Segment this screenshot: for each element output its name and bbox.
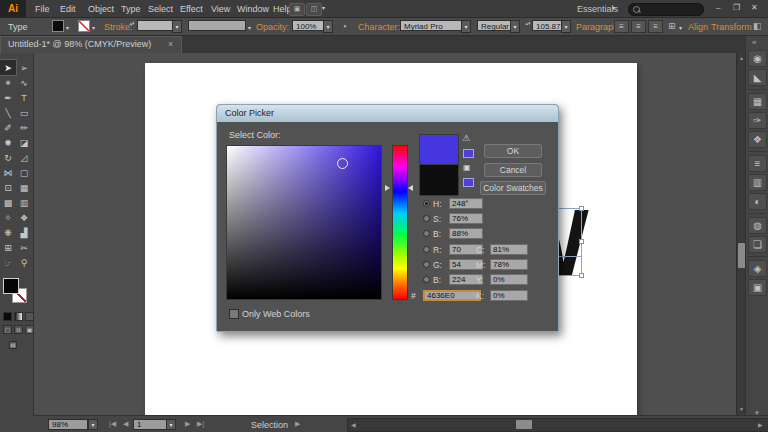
menu-select[interactable]: Select (148, 4, 173, 14)
artboards-panel-icon[interactable]: ▣ (748, 279, 767, 296)
b-radio[interactable] (423, 230, 430, 237)
draw-inside-icon[interactable]: ▣ (25, 325, 34, 334)
scale-tool[interactable]: ◿ (16, 150, 32, 165)
symbol-sprayer-tool[interactable]: ❋ (0, 225, 16, 240)
zoom-caret-icon[interactable]: ▾ (88, 419, 98, 430)
color-mode-icon[interactable] (3, 312, 12, 321)
paintbrush-tool[interactable]: ✐ (0, 120, 16, 135)
menu-window[interactable]: Window (237, 4, 269, 14)
draw-behind-icon[interactable]: ⧉ (14, 325, 23, 334)
selection-handle-top-right[interactable] (579, 206, 584, 211)
next-artboard-icon[interactable]: ▶ (185, 420, 190, 428)
stroke-weight-caret-icon[interactable]: ▾ (172, 20, 182, 33)
horizontal-scrollbar[interactable]: ◀ ▶ (347, 418, 768, 432)
font-size-caret-icon[interactable]: ▾ (561, 20, 571, 33)
transparency-panel-icon[interactable]: ◐ (748, 193, 767, 210)
draw-normal-icon[interactable]: ▢ (3, 325, 12, 334)
color-field-cursor[interactable] (337, 158, 348, 169)
align-link[interactable]: Align (688, 22, 708, 32)
brush-definition-field[interactable] (188, 20, 246, 31)
h-input[interactable] (449, 198, 483, 209)
h-radio[interactable] (423, 200, 430, 207)
rotate-tool[interactable]: ↻ (0, 150, 16, 165)
warp-caret-icon[interactable]: ▾ (679, 24, 682, 31)
color-panel-icon[interactable]: ◉ (748, 50, 767, 67)
brushes-panel-icon[interactable]: ✑ (748, 112, 767, 129)
eyedropper-tool[interactable]: ✧ (0, 210, 16, 225)
c-input[interactable] (490, 244, 528, 255)
eraser-tool[interactable]: ◪ (16, 135, 32, 150)
menu-type[interactable]: Type (121, 4, 141, 14)
font-size-field[interactable]: 105.87 p (532, 20, 562, 31)
only-web-colors-checkbox[interactable] (229, 309, 239, 319)
blob-brush-tool[interactable]: ✹ (0, 135, 16, 150)
font-style-caret-icon[interactable]: ▾ (510, 20, 520, 33)
font-family-field[interactable]: Myriad Pro (400, 20, 462, 31)
direct-selection-tool[interactable]: ➢ (16, 60, 32, 75)
rectangle-tool[interactable]: ▭ (16, 105, 32, 120)
appearance-panel-icon[interactable]: ◍ (748, 217, 767, 234)
last-artboard-icon[interactable]: ▶| (197, 420, 204, 428)
brush-caret-icon[interactable]: ▾ (248, 24, 251, 31)
ok-button[interactable]: OK (484, 144, 542, 158)
cancel-button[interactable]: Cancel (484, 163, 542, 177)
restore-button[interactable]: ❐ (733, 3, 740, 12)
artboard-number-field[interactable]: 1 (133, 419, 167, 430)
pencil-tool[interactable]: ✏ (16, 120, 32, 135)
type-tool[interactable]: T (16, 90, 32, 105)
align-left-icon[interactable]: ≡ (614, 20, 629, 33)
artboard-tool[interactable]: ⊞ (0, 240, 16, 255)
dialog-title-bar[interactable]: Color Picker (217, 105, 558, 122)
menu-object[interactable]: Object (88, 4, 114, 14)
envelope-warp-icon[interactable]: ⊞ (668, 21, 676, 31)
style-icon[interactable]: ◔ (341, 21, 347, 32)
panel-grip[interactable]: ∙∙ (0, 54, 33, 59)
zoom-tool[interactable]: ⚲ (16, 255, 32, 270)
menu-edit[interactable]: Edit (60, 4, 76, 14)
tab-close-icon[interactable]: × (168, 39, 173, 49)
column-graph-tool[interactable]: ▟ (16, 225, 32, 240)
menu-file[interactable]: File (35, 4, 50, 14)
workspace-caret-icon[interactable]: ▾ (612, 4, 615, 11)
screen-mode-icon[interactable]: ▤ (9, 341, 17, 349)
arrange-caret-icon[interactable]: ▾ (322, 4, 325, 11)
vertical-scroll-thumb[interactable] (738, 243, 745, 268)
hue-marker-left-icon[interactable] (385, 185, 390, 191)
selection-tool[interactable]: ➤ (0, 60, 16, 75)
s-radio[interactable] (423, 215, 430, 222)
artboard-caret-icon[interactable]: ▾ (166, 419, 176, 430)
hex-input[interactable] (423, 290, 481, 301)
font-style-field[interactable]: Regular (477, 20, 511, 31)
shape-builder-tool[interactable]: ⊡ (0, 180, 16, 195)
color-swatches-button[interactable]: Color Swatches (480, 181, 546, 195)
first-artboard-icon[interactable]: |◀ (109, 420, 116, 428)
gradient-tool[interactable]: ▥ (16, 195, 32, 210)
r-radio[interactable] (423, 246, 430, 253)
font-size-stepper[interactable]: ▴▾ (524, 20, 532, 33)
b-input[interactable] (449, 228, 483, 239)
scroll-right-icon[interactable]: ▶ (758, 421, 763, 428)
color-field[interactable] (226, 145, 382, 300)
arrange-documents-icon[interactable]: ◫ (306, 3, 322, 16)
graphic-styles-panel-icon[interactable]: ❏ (748, 236, 767, 253)
pen-tool[interactable]: ✒ (0, 90, 16, 105)
stroke-panel-icon[interactable]: ≡ (748, 155, 767, 172)
fill-proxy-swatch[interactable] (3, 278, 19, 294)
blend-tool[interactable]: ❖ (16, 210, 32, 225)
stroke-color-swatch[interactable] (78, 20, 90, 32)
symbols-panel-icon[interactable]: ❖ (748, 131, 767, 148)
horizontal-scroll-thumb[interactable] (516, 420, 532, 429)
free-transform-tool[interactable]: ▢ (16, 165, 32, 180)
zoom-level-field[interactable]: 98% (48, 419, 88, 430)
fill-caret-icon[interactable]: ▾ (66, 24, 69, 31)
web-swatch[interactable] (463, 178, 474, 187)
gamut-swatch[interactable] (463, 149, 474, 158)
minimize-button[interactable]: – (716, 3, 720, 12)
opacity-field[interactable]: 100% (292, 20, 324, 31)
layers-panel-icon[interactable]: ◈ (748, 260, 767, 277)
hand-tool[interactable]: ☞ (0, 255, 16, 270)
document-tab[interactable]: Untitled-1* @ 98% (CMYK/Preview) × (0, 36, 182, 53)
lasso-tool[interactable]: ∿ (16, 75, 32, 90)
color-guide-panel-icon[interactable]: ◣ (748, 69, 767, 86)
collapse-dock-icon[interactable]: « (752, 38, 756, 47)
